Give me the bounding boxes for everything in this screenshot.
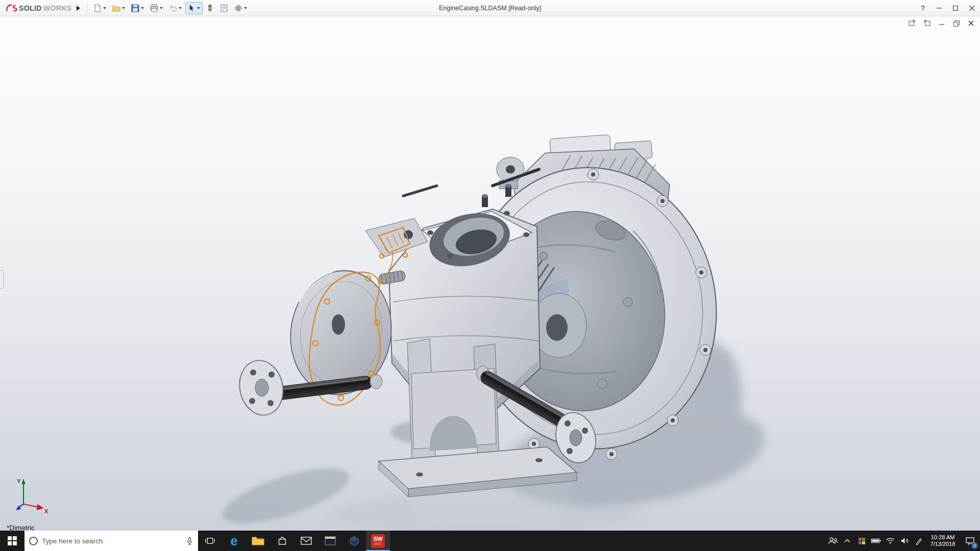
mail-icon (301, 537, 312, 545)
rebuild-button[interactable] (204, 2, 216, 14)
menu-flyout-arrow-icon[interactable] (77, 6, 80, 11)
rebuild-icon (206, 4, 214, 12)
battery-button[interactable] (869, 531, 883, 551)
undo-button[interactable] (166, 2, 184, 14)
document-window-controls (909, 20, 974, 27)
orientation-triad-icon: Y X (8, 477, 51, 517)
solidworks-app-icon: SW 2017 (371, 534, 385, 548)
quick-access-toolbar (91, 2, 250, 14)
pen-icon (915, 537, 923, 545)
start-button[interactable] (0, 531, 24, 551)
network-button[interactable] (883, 531, 897, 551)
collapsed-panel-tab[interactable] (0, 270, 4, 289)
search-input[interactable] (42, 537, 182, 545)
task-view-icon (205, 536, 215, 546)
file-properties-icon (220, 4, 228, 12)
taskbar-cad-app-button[interactable] (342, 531, 366, 551)
taskbar-solidworks-button[interactable]: SW 2017 (366, 531, 390, 551)
engine-assembly-model[interactable] (0, 16, 980, 531)
dropdown-caret-icon (141, 7, 144, 9)
ds-logo-icon (5, 4, 17, 13)
window-forward-icon[interactable] (924, 20, 930, 27)
print-button[interactable] (148, 2, 165, 14)
undo-icon (169, 4, 177, 12)
help-button[interactable]: ? (915, 0, 931, 16)
taskbar-store-button[interactable] (270, 531, 294, 551)
titlebar: SOLIDWORKS (0, 0, 980, 16)
store-bag-icon (277, 536, 287, 546)
dropdown-caret-icon (244, 7, 247, 9)
dropdown-caret-icon (103, 7, 106, 9)
speaker-icon (900, 537, 909, 544)
graphics-area[interactable]: Y X *Dimetric (0, 16, 980, 531)
dropdown-caret-icon (197, 7, 200, 9)
gear-icon (234, 4, 242, 12)
triad-x-label: X (44, 508, 48, 514)
volume-button[interactable] (897, 531, 912, 551)
taskbar-terminal-button[interactable] (318, 531, 342, 551)
windows-logo-icon (8, 536, 17, 545)
pinwheel-icon (859, 538, 865, 544)
open-folder-icon (112, 4, 120, 12)
taskbar-file-explorer-button[interactable] (246, 531, 270, 551)
people-icon (828, 537, 838, 545)
close-icon (969, 6, 974, 11)
cube-icon (349, 536, 359, 546)
battery-icon (871, 538, 881, 544)
maximize-icon (953, 6, 958, 11)
view-orientation-label: *Dimetric (7, 524, 35, 531)
select-cursor-icon (188, 4, 195, 12)
save-button[interactable] (129, 2, 146, 14)
taskbar-mail-button[interactable] (294, 531, 318, 551)
microphone-icon[interactable] (186, 537, 193, 545)
edge-icon: e (231, 535, 238, 547)
terminal-icon (325, 536, 336, 545)
clock-time: 10:28 AM (926, 534, 960, 541)
solidworks-logo: SOLIDWORKS (0, 4, 74, 13)
print-icon (150, 4, 158, 12)
options-button[interactable] (232, 2, 250, 14)
close-button[interactable] (964, 0, 980, 16)
dropdown-caret-icon (122, 7, 125, 9)
windows-taskbar: e SW 2017 (0, 531, 980, 551)
toolbar-separator (87, 3, 88, 13)
tray-colorful-app-button[interactable] (854, 531, 869, 551)
clock-date: 7/13/2018 (926, 541, 960, 547)
window-controls: ? (915, 0, 980, 16)
window-back-icon[interactable] (909, 20, 915, 27)
brand-text-solid: SOLID (19, 4, 42, 12)
system-tray: 10:28 AM 7/13/2018 2 (826, 531, 980, 551)
dropdown-caret-icon (160, 7, 163, 9)
minimize-icon (937, 6, 942, 11)
taskbar-edge-button[interactable]: e (222, 531, 246, 551)
triad-y-label: Y (17, 478, 21, 484)
new-document-button[interactable] (91, 2, 109, 14)
hidden-icons-button[interactable] (840, 531, 854, 551)
cortana-icon[interactable] (29, 537, 38, 545)
brand-text-works: WORKS (43, 4, 72, 12)
doc-minimize-button[interactable] (939, 20, 945, 26)
maximize-button[interactable] (947, 0, 964, 16)
open-button[interactable] (110, 2, 128, 14)
document-title: EngineCasing.SLDASM [Read-only] (439, 5, 541, 12)
pen-button[interactable] (912, 531, 926, 551)
select-tool-button[interactable] (185, 2, 203, 14)
wifi-icon (886, 537, 895, 544)
people-button[interactable] (826, 531, 840, 551)
minimize-button[interactable] (931, 0, 947, 16)
save-icon (131, 4, 139, 12)
new-document-icon (93, 4, 102, 12)
file-properties-button[interactable] (217, 2, 231, 14)
dropdown-caret-icon (179, 7, 182, 9)
notification-badge: 2 (971, 542, 978, 549)
doc-restore-button[interactable] (953, 20, 960, 27)
task-view-button[interactable] (198, 531, 222, 551)
action-center-button[interactable]: 2 (960, 531, 980, 551)
taskbar-search[interactable] (24, 531, 198, 551)
doc-close-button[interactable] (968, 20, 974, 26)
chevron-up-icon (844, 539, 850, 543)
taskbar-clock[interactable]: 10:28 AM 7/13/2018 (926, 531, 960, 551)
file-explorer-icon (252, 536, 264, 546)
